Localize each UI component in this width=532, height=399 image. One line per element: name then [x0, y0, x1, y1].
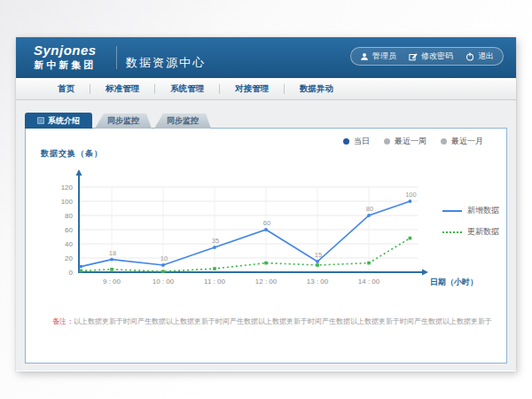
app-header: Synjones 新中新集团 数据资源中心 管理员: [16, 37, 516, 78]
svg-text:14 : 00: 14 : 00: [358, 278, 380, 286]
footnote-prefix: 备注：: [52, 317, 74, 325]
edit-icon: [409, 52, 418, 61]
logout-icon: [466, 52, 474, 61]
footnote: 备注：以上数据更新于时间产生数据以上数据更新于时间产生数据以上数据更新于时间产生…: [52, 317, 496, 326]
document-icon: [37, 117, 44, 124]
tab-sync-monitor-2[interactable]: 同步监控: [154, 113, 211, 129]
line-chart: 0204060801001209 : 0010 : 0011 : 0012 : …: [26, 129, 506, 301]
brand-logo: Synjones 新中新集团: [34, 43, 97, 72]
tab-label: 同步监控: [167, 115, 199, 127]
series-legend: 新增数据 更新数据: [442, 205, 499, 238]
svg-text:18: 18: [109, 249, 116, 257]
nav-item-data-change[interactable]: 数据异动: [285, 83, 348, 95]
svg-text:13 : 00: 13 : 00: [307, 278, 329, 286]
svg-text:20: 20: [65, 254, 73, 262]
nav-item-interface-mgmt[interactable]: 对接管理: [220, 83, 284, 95]
admin-user-label: 管理员: [372, 51, 396, 62]
admin-user-button[interactable]: 管理员: [360, 51, 396, 62]
legend-item-new-data[interactable]: 新增数据: [442, 205, 499, 216]
svg-text:60: 60: [263, 219, 270, 227]
header-divider: [116, 46, 117, 69]
svg-text:15: 15: [315, 251, 322, 259]
legend-label: 更新数据: [467, 226, 499, 238]
svg-text:80: 80: [65, 212, 73, 220]
tab-label: 同步监控: [107, 115, 139, 127]
nav-item-standard-mgmt[interactable]: 标准管理: [90, 83, 154, 95]
svg-text:11 : 00: 11 : 00: [204, 278, 225, 286]
chart-panel: 当日 最近一周 最近一月 数据交换（条） 0204060801001209 : …: [25, 128, 507, 364]
tab-label: 系统介绍: [48, 115, 80, 127]
svg-text:10: 10: [160, 254, 168, 262]
change-password-button[interactable]: 修改密码: [409, 51, 453, 62]
svg-text:日期（小时）: 日期（小时）: [430, 278, 478, 286]
nav-item-home[interactable]: 首页: [43, 83, 90, 95]
tab-system-intro[interactable]: 系统介绍: [25, 113, 92, 129]
user-icon: [360, 52, 369, 61]
svg-text:0: 0: [69, 269, 74, 277]
logout-label: 退出: [478, 51, 494, 62]
page-background: Synjones 新中新集团 数据资源中心 管理员: [0, 0, 532, 399]
nav-item-system-mgmt[interactable]: 系统管理: [155, 83, 219, 95]
brand-logo-en: Synjones: [34, 43, 97, 58]
svg-text:40: 40: [65, 240, 73, 248]
logout-button[interactable]: 退出: [466, 51, 494, 62]
app-title: 数据资源中心: [126, 55, 206, 71]
svg-text:35: 35: [212, 237, 219, 245]
svg-text:100: 100: [61, 198, 74, 206]
legend-label: 新增数据: [467, 205, 499, 216]
svg-text:10 : 00: 10 : 00: [153, 278, 175, 286]
svg-text:80: 80: [366, 205, 373, 213]
header-actions: 管理员 修改密码 退出: [350, 47, 504, 66]
legend-item-update-data[interactable]: 更新数据: [442, 226, 499, 238]
svg-text:120: 120: [61, 184, 74, 192]
main-nav: 首页 标准管理 系统管理 对接管理 数据异动: [16, 78, 516, 100]
svg-text:12 : 00: 12 : 00: [255, 278, 278, 286]
tab-bar: 系统介绍 同步监控 同步监控: [25, 113, 211, 129]
change-password-label: 修改密码: [421, 51, 453, 62]
dotted-line-swatch: [442, 231, 462, 233]
svg-text:100: 100: [405, 191, 417, 199]
tab-sync-monitor-1[interactable]: 同步监控: [95, 113, 152, 129]
footnote-text: 以上数据更新于时间产生数据以上数据更新于时间产生数据以上数据更新于时间产生数据以…: [74, 317, 492, 325]
app-window: Synjones 新中新集团 数据资源中心 管理员: [16, 37, 516, 372]
svg-text:9 : 00: 9 : 00: [103, 278, 121, 286]
svg-text:60: 60: [65, 226, 73, 234]
content-area: 系统介绍 同步监控 同步监控 当日 最近一周: [16, 100, 516, 371]
brand-logo-cn: 新中新集团: [34, 59, 97, 72]
solid-line-swatch: [442, 210, 462, 212]
